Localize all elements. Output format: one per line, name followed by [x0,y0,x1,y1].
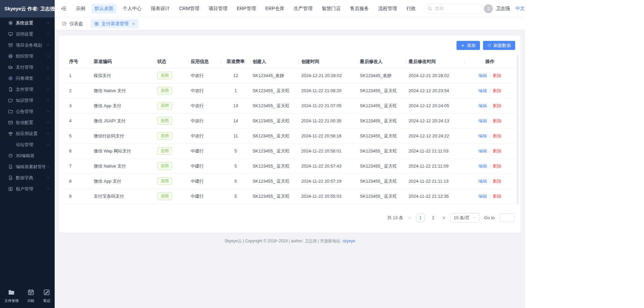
refresh-button[interactable]: 刷新数据 [483,41,515,50]
edit-link[interactable]: 编辑 [478,88,487,93]
sidebar-item[interactable]: 支付管理 [0,62,55,73]
sidebar-item[interactable]: 知识管理 [0,95,55,106]
nav-item[interactable]: ERP管理 [234,4,259,13]
sidebar-item[interactable]: P编辑器素材管理 [0,161,55,172]
add-button[interactable]: 添加 [457,41,480,50]
edit-link[interactable]: 编辑 [478,73,487,78]
column-header: 创建人 [250,55,299,68]
nav-item[interactable]: 项目管理 [206,4,230,13]
nav-item[interactable]: 智慧门店 [319,4,343,13]
nav-item[interactable]: 个人中心 [120,4,145,13]
sidebar-footer-schedule[interactable]: 日程 [27,289,34,303]
sidebar-item[interactable]: 系统设置 [0,17,55,28]
tenant-icon [8,186,13,191]
search-box[interactable] [424,4,484,14]
delete-link[interactable]: 删除 [493,164,501,169]
cell-channel-code: 微信 App 支付 [91,174,155,189]
chevron-down-icon [473,216,476,220]
divider: | [489,164,490,169]
prev-page-button[interactable]: < [408,215,412,221]
chevron-down-icon [46,99,50,102]
delete-link[interactable]: 删除 [493,133,501,138]
status-badge: 启用 [157,192,172,200]
goto-page-input[interactable] [499,213,515,222]
close-tab-icon[interactable]: × [132,21,135,26]
sidebar-item[interactable]: R数据字典 [0,172,55,183]
top-navbar: 示例默认桌面个人中心报表设计CRM管理项目管理ERP管理ERP仓库生产管理智慧门… [55,0,525,17]
next-page-button[interactable]: > [442,215,446,221]
divider: | [489,148,490,153]
divider: | [489,133,490,138]
sidebar-item[interactable]: 轻应用设置 [0,128,55,139]
edit-link[interactable]: 编辑 [478,164,487,169]
page-button-2[interactable]: 2 [429,213,437,222]
page-button-1[interactable]: 1 [416,213,425,222]
nav-item[interactable]: CRM管理 [176,4,202,13]
language-selector[interactable]: 中文 [515,6,525,12]
sidebar-footer-files[interactable]: 文件管理 [4,289,18,303]
delete-link[interactable]: 删除 [493,194,501,199]
delete-link[interactable]: 删除 [493,103,501,108]
cell-modifier: SK123455_ 蓝天旺 [357,128,406,143]
edit-link[interactable]: 编辑 [478,179,487,184]
table-scrollbar[interactable] [517,55,519,204]
page-size-select[interactable]: 10 条/页 [450,213,480,223]
edit-link[interactable]: 编辑 [478,103,487,108]
cell-actions: 编辑|删除 [465,98,515,113]
delete-link[interactable]: 删除 [493,179,501,184]
divider: | [489,103,490,108]
folder-fill-icon [8,289,15,297]
user-menu[interactable]: 卫 卫志强 [484,4,510,13]
table-row: 6微信 Wap 网站支付启用中建行5SK123455_ 蓝天旺2024-11-2… [64,143,515,159]
delete-link[interactable]: 删除 [493,148,501,153]
nav-item[interactable]: 生产管理 [290,4,315,13]
delete-link[interactable]: 删除 [493,73,501,78]
nav-item[interactable]: 售后服务 [347,4,372,13]
opensource-link[interactable]: skyeye [342,239,355,243]
sidebar-item[interactable]: 说明设置 [0,28,55,40]
collapse-sidebar-icon[interactable] [61,6,66,11]
tab-dashboard[interactable]: 仪表盘 [62,21,83,27]
cell-modified-time: 2024-12-12 20:24:05 [406,98,465,113]
page-buttons: 12 [416,213,437,222]
sidebar-item[interactable]: 短信配置 [0,117,55,128]
sidebar-item[interactable]: 公告管理 [0,106,55,117]
sidebar-item[interactable]: 3D编辑器 [0,150,55,161]
cell-modified-time: 2024-11-22 21:11:13 [406,174,465,189]
cell-rate: 5 [221,159,250,174]
cell-status: 启用 [155,98,188,113]
sidebar-item[interactable]: 问卷调查 [0,73,55,84]
sidebar-footer-notes[interactable]: 笔记 [43,289,50,303]
cell-modified-time: 2024-11-22 21:12:35 [406,189,465,204]
edit-link[interactable]: 编辑 [478,133,487,138]
edit-link[interactable]: 编辑 [478,194,487,199]
nav-item[interactable]: 报表设计 [148,4,173,13]
sidebar-item[interactable]: 租户管理 [0,183,55,194]
chevron-down-icon [46,54,50,58]
nav-item[interactable]: 流程管理 [375,4,400,13]
sidebar-item[interactable]: 组织管理 [0,51,55,62]
pagination: 共 13 条 < 12 > 10 条/页 Go to [64,213,515,223]
nav-item[interactable]: 示例 [73,4,88,13]
nav-item[interactable]: ERP仓库 [262,4,287,13]
dashboard-tab-label: 仪表盘 [69,21,83,27]
tab-payment-channel[interactable]: 支付渠道管理 × [91,19,139,28]
edit-link[interactable]: 编辑 [478,118,487,123]
edit-link[interactable]: 编辑 [478,148,487,153]
sidebar-item[interactable]: 文件管理 [0,84,55,95]
search-input[interactable] [435,6,480,11]
sidebar-item[interactable]: 项目业务规划 [0,40,55,51]
table-row: 3微信 App 支付启用中农行13SK123455_ 蓝天旺2024-11-22… [64,98,515,113]
cell-app-info: 中农行 [188,68,222,83]
nav-item[interactable]: 行政 [403,4,419,13]
delete-link[interactable]: 删除 [493,118,501,123]
cell-app-info: 中建行 [188,174,222,189]
cell-index: 3 [64,98,91,113]
delete-link[interactable]: 删除 [493,88,501,93]
grid-icon [94,21,99,26]
nav-item[interactable]: 默认桌面 [92,4,116,13]
calendar-icon [28,289,34,297]
sidebar-item[interactable]: 论坛管理 [0,139,55,150]
cell-status: 启用 [155,68,188,83]
cell-rate: 5 [221,174,250,189]
